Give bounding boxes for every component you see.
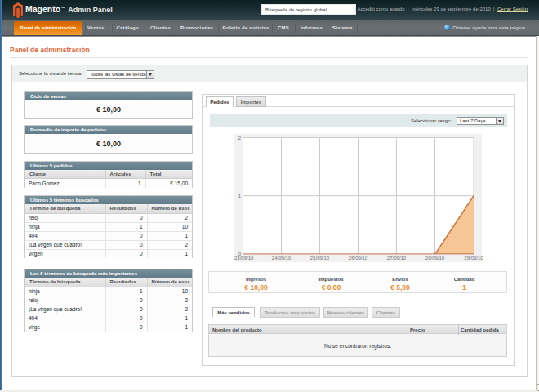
svg-text:26/09/10: 26/09/10 [349,256,368,261]
svg-text:25/09/10: 25/09/10 [310,256,330,261]
svg-text:1: 1 [238,194,242,198]
svg-text:29/09/10: 29/09/10 [464,256,483,261]
svg-text:28/09/10: 28/09/10 [425,256,445,261]
svg-text:23/09/10: 23/09/10 [234,256,254,261]
svg-text:27/09/10: 27/09/10 [387,256,407,261]
svg-text:24/09/10: 24/09/10 [272,256,292,261]
svg-text:2: 2 [238,136,242,140]
